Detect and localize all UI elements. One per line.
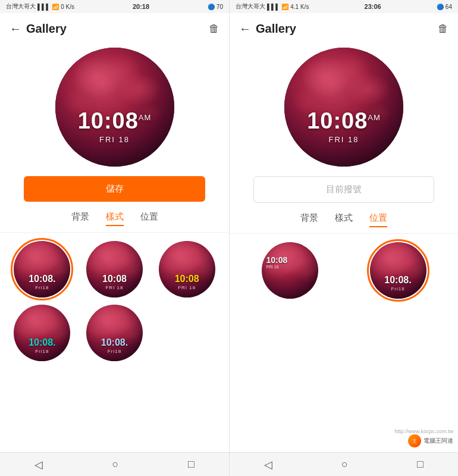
thumb-bg-5: 10:08. Fri18 xyxy=(86,305,143,361)
recent-nav-right[interactable]: □ xyxy=(405,455,435,474)
header-right: ← Gallery 🗑 xyxy=(230,13,458,42)
thumb-date-5: Fri18 xyxy=(86,349,143,354)
tab-position-left[interactable]: 位置 xyxy=(140,211,158,226)
left-panel: 台灣大哥大 ▌▌▌ 📶 0 K/s 20:18 🔵 70 ← Gallery 🗑… xyxy=(0,0,229,476)
save-button-left[interactable]: 儲存 xyxy=(24,176,205,202)
trash-button-left[interactable]: 🗑 xyxy=(209,23,219,35)
pos-thumb-bg-2: 10:08. Fri18 xyxy=(370,242,426,299)
current-btn-container: 目前撥號 xyxy=(230,171,458,208)
thumb-bg-3: 10:08 FRI 18 xyxy=(159,241,215,298)
watch-preview-right: 10:08AM FRI 18 xyxy=(230,42,458,171)
logo-text: 電腦王阿達 xyxy=(424,437,453,445)
nav-bar-left: ◁ ○ □ xyxy=(0,452,229,476)
watch-date-left: FRI 18 xyxy=(55,135,174,144)
watch-time-right: 10:08AM xyxy=(284,108,403,134)
position-thumbnails-right: 10:08 FRI 18 10:08. Fri18 xyxy=(230,234,458,307)
style-thumbnails-left: 10:08. Fri18 10:08 FRI 18 10:08 FR xyxy=(0,233,229,369)
carrier-left: 台灣大哥大 xyxy=(6,2,36,11)
status-bar-right: 台灣大哥大 ▌▌▌ 📶 4.1 K/s 23:06 🔵 64 xyxy=(230,0,458,13)
thumb-bg-1: 10:08. Fri18 xyxy=(14,241,70,298)
time-right: 23:06 xyxy=(365,3,381,10)
thumb-time-2: 10:08 xyxy=(86,274,143,284)
thumb-circle-3[interactable]: 10:08 FRI 18 xyxy=(159,241,215,298)
flower-overlay-right xyxy=(284,48,403,167)
signal-icon: ▌▌▌ xyxy=(37,4,50,10)
battery-left: 70 xyxy=(217,4,223,10)
logo-icon: 王 xyxy=(408,434,421,447)
carrier-right: 台灣大哥大 xyxy=(236,2,265,11)
tab-background-left[interactable]: 背景 xyxy=(71,211,89,226)
back-button-right[interactable]: ← xyxy=(239,22,251,36)
battery-right: 64 xyxy=(446,4,452,10)
thumb-date-1: Fri18 xyxy=(14,285,70,290)
pos-thumb-item-1[interactable]: 10:08 FRI 18 xyxy=(239,242,340,299)
home-nav-left[interactable]: ○ xyxy=(101,455,131,474)
pos-thumb-item-2[interactable]: 10:08. Fri18 xyxy=(347,242,448,299)
thumb-time-3: 10:08 xyxy=(159,274,215,284)
pos-thumb-date-2: Fri18 xyxy=(370,286,426,292)
recent-nav-left[interactable]: □ xyxy=(176,455,206,474)
time-left: 20:18 xyxy=(133,3,149,10)
thumb-bg-2: 10:08 FRI 18 xyxy=(86,241,143,298)
watch-bg-left: 10:08AM FRI 18 xyxy=(55,48,174,167)
back-button-left[interactable]: ← xyxy=(10,22,21,36)
speed-left: 0 K/s xyxy=(61,4,74,10)
tab-style-left[interactable]: 樣式 xyxy=(106,211,124,226)
pos-thumb-date-1: FRI 18 xyxy=(266,265,279,269)
pos-thumb-circle-2[interactable]: 10:08. Fri18 xyxy=(370,242,426,299)
flower-overlay-left xyxy=(55,48,174,167)
thumb-time-5: 10:08. xyxy=(86,337,143,348)
status-bar-left: 台灣大哥大 ▌▌▌ 📶 0 K/s 20:18 🔵 70 xyxy=(0,0,229,13)
signal-icon-right: ▌▌▌ xyxy=(267,4,280,10)
pos-thumb-circle-1[interactable]: 10:08 FRI 18 xyxy=(262,242,318,299)
bluetooth-icon-right: 🔵 xyxy=(437,4,444,10)
wifi-icon-right: 📶 xyxy=(281,4,288,10)
status-left-right: 台灣大哥大 ▌▌▌ 📶 4.1 K/s xyxy=(236,2,309,11)
bluetooth-icon: 🔵 xyxy=(208,4,215,10)
thumb-bg-4: 10:08. Fri18 xyxy=(14,305,70,361)
thumb-time-1: 10:08. xyxy=(14,274,70,284)
thumb-item-1[interactable]: 10:08. Fri18 xyxy=(10,241,75,298)
nav-bar-right: ◁ ○ □ xyxy=(230,452,458,476)
status-left: 台灣大哥大 ▌▌▌ 📶 0 K/s xyxy=(6,2,74,11)
watch-circle-left: 10:08AM FRI 18 xyxy=(55,48,174,167)
save-btn-container: 儲存 xyxy=(0,171,229,206)
watermark: http://www.kocpc.com.tw 王 電腦王阿達 xyxy=(394,428,453,447)
thumb-item-5[interactable]: 10:08. Fri18 xyxy=(82,305,148,361)
status-right-left: 🔵 70 xyxy=(208,4,223,10)
watch-date-right: FRI 18 xyxy=(284,135,403,144)
tabs-left: 背景 樣式 位置 xyxy=(0,206,229,233)
thumb-item-2[interactable]: 10:08 FRI 18 xyxy=(82,241,148,298)
thumb-circle-1[interactable]: 10:08. Fri18 xyxy=(14,241,70,298)
tabs-right: 背景 樣式 位置 xyxy=(230,208,458,234)
home-nav-right[interactable]: ○ xyxy=(330,455,360,474)
thumb-item-3[interactable]: 10:08 FRI 18 xyxy=(154,241,219,298)
trash-button-right[interactable]: 🗑 xyxy=(438,23,448,35)
thumb-time-4: 10:08. xyxy=(14,337,70,348)
pos-thumb-time-1: 10:08 xyxy=(266,255,288,265)
tab-background-right[interactable]: 背景 xyxy=(300,212,318,227)
thumb-date-3: FRI 18 xyxy=(159,285,215,290)
right-panel: 台灣大哥大 ▌▌▌ 📶 4.1 K/s 23:06 🔵 64 ← Gallery… xyxy=(229,0,458,476)
wifi-icon: 📶 xyxy=(52,4,59,10)
page-title-left: Gallery xyxy=(26,22,67,36)
logo-area: 王 電腦王阿達 xyxy=(394,434,453,447)
back-nav-right[interactable]: ◁ xyxy=(252,455,284,474)
back-nav-left[interactable]: ◁ xyxy=(23,455,55,474)
thumb-circle-5[interactable]: 10:08. Fri18 xyxy=(86,305,143,361)
thumb-item-4[interactable]: 10:08. Fri18 xyxy=(10,305,75,361)
tab-position-right[interactable]: 位置 xyxy=(369,212,387,227)
tab-style-right[interactable]: 樣式 xyxy=(335,212,353,227)
pos-thumb-bg-1: 10:08 FRI 18 xyxy=(262,242,318,299)
status-right-right: 🔵 64 xyxy=(437,4,452,10)
thumb-date-4: Fri18 xyxy=(14,349,70,354)
watch-circle-right: 10:08AM FRI 18 xyxy=(284,48,403,167)
thumb-circle-4[interactable]: 10:08. Fri18 xyxy=(14,305,70,361)
thumb-date-2: FRI 18 xyxy=(86,285,143,290)
current-button-right: 目前撥號 xyxy=(253,176,434,203)
watch-time-left: 10:08AM xyxy=(55,108,174,134)
header-left: ← Gallery 🗑 xyxy=(0,13,229,42)
header-right-group: ← Gallery xyxy=(239,22,296,36)
thumb-circle-2[interactable]: 10:08 FRI 18 xyxy=(86,241,143,298)
speed-right: 4.1 K/s xyxy=(290,4,309,10)
